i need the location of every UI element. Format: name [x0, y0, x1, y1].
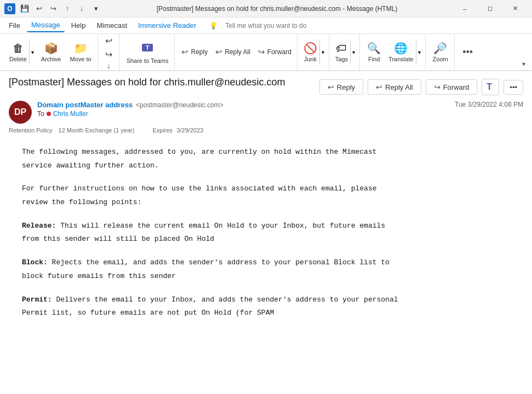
svg-text:T: T [146, 44, 150, 51]
tags-icon: 🏷 [336, 42, 347, 55]
delete-label: Delete [9, 56, 27, 62]
zoom-button[interactable]: 🔎 Zoom [429, 39, 452, 65]
sender-name[interactable]: Domain postMaster address [37, 101, 133, 109]
reply-all-button[interactable]: ↩ Reply All [212, 45, 254, 59]
junk-main[interactable]: 🚫 Junk [301, 39, 319, 65]
share-teams-button[interactable]: T Share to Teams [123, 38, 173, 67]
forward-ribbon-icon: ↪ [258, 47, 265, 57]
ribbon: 🗑 Delete ▾ 📦 Archive 📁 Move to ↩ ↪ ↓ T [0, 34, 532, 71]
reply-all-icon: ↩ [215, 47, 222, 57]
undo-button[interactable]: ↩ [33, 3, 45, 15]
down-button[interactable]: ↓ [76, 3, 88, 15]
ribbon-expand-button[interactable]: ▾ [520, 58, 528, 70]
email-subject: [Postmaster] Messages on hold for chris.… [9, 77, 317, 88]
email-body[interactable]: The following messages, addressed to you… [0, 137, 532, 394]
more-action-button[interactable]: ••• [504, 80, 523, 95]
menu-immersive-reader[interactable]: Immersive Reader [134, 19, 201, 32]
customize-button[interactable]: ▾ [90, 3, 102, 15]
app-icon: O [4, 3, 15, 14]
reply-all-action-button[interactable]: ↩ Reply All [368, 79, 421, 95]
nav-back-button[interactable]: ↩ [101, 34, 117, 48]
reply-icon: ↩ [181, 47, 188, 57]
forward-ribbon-button[interactable]: ↪ Forward [255, 45, 295, 59]
forward-action-icon: ↩ [434, 83, 441, 91]
block-text: Rejects the email, and adds the sender's… [22, 258, 390, 280]
permit-bold: Permit: [22, 296, 52, 304]
window-title: [Postmaster] Messages on hold for chris.… [102, 5, 452, 13]
delete-arrow[interactable]: ▾ [29, 40, 36, 65]
minimize-button[interactable]: – [452, 0, 477, 18]
menu-file[interactable]: File [4, 19, 25, 32]
release-text: This will release the current email On H… [22, 222, 385, 244]
email-meta: Tue 3/29/2022 4:08 PM [455, 101, 523, 108]
tags-main[interactable]: 🏷 Tags [333, 40, 350, 65]
translate-main[interactable]: 🌐 Translate [386, 39, 415, 65]
nav-forward-button[interactable]: ↪ [101, 48, 117, 61]
restore-button[interactable]: ◻ [477, 0, 502, 18]
retention-label: Retention Policy [9, 127, 53, 134]
translate-split-button[interactable]: 🌐 Translate ▾ [386, 39, 422, 65]
tags-arrow[interactable]: ▾ [350, 40, 357, 65]
sender-email: <postmaster@neudesic.com> [136, 101, 224, 109]
more-options-button[interactable]: ••• [458, 44, 478, 61]
moveto-icon: 📁 [74, 42, 88, 55]
delete-split-button[interactable]: 🗑 Delete ▾ [7, 39, 36, 65]
more-action-icon: ••• [510, 83, 517, 91]
menu-mimecast[interactable]: Mimecast [92, 19, 131, 32]
menu-message[interactable]: Message [27, 19, 65, 32]
teams-action-button[interactable]: T [482, 79, 499, 95]
retention-bar: Retention Policy 12 Month Exchange (1 ye… [0, 126, 532, 137]
redo-button[interactable]: ↪ [47, 3, 59, 15]
forward-action-button[interactable]: ↩ Forward [426, 79, 478, 95]
subject-action-row: [Postmaster] Messages on hold for chris.… [0, 71, 532, 95]
more-icon: ••• [462, 47, 473, 58]
save-button[interactable]: 💾 [19, 3, 31, 15]
archive-button[interactable]: 📦 Archive [37, 39, 65, 65]
delete-icon: 🗑 [13, 42, 24, 55]
to-line: To Chris Muller [37, 110, 449, 118]
tags-split-button[interactable]: 🏷 Tags ▾ [333, 39, 357, 65]
junk-split-button[interactable]: 🚫 Junk ▾ [301, 39, 327, 65]
block-bold: Block: [22, 258, 48, 266]
retention-policy: 12 Month Exchange (1 year) [59, 127, 135, 134]
lightbulb-icon: 💡 [209, 22, 218, 30]
ribbon-tags-group: 🏷 Tags ▾ [330, 34, 360, 70]
ribbon-teams-group: T Share to Teams [121, 34, 175, 70]
reply-all-action-icon: ↩ [376, 83, 382, 91]
tags-label: Tags [335, 56, 348, 62]
zoom-icon: 🔎 [433, 42, 447, 55]
reply-button[interactable]: ↩ Reply [178, 45, 211, 59]
svg-text:O: O [7, 5, 12, 13]
nav-down-button[interactable]: ↓ [101, 61, 117, 70]
ribbon-nav-group: ↩ ↪ ↓ [99, 34, 119, 70]
reply-all-label: Reply All [225, 48, 250, 56]
close-button[interactable]: ✕ [502, 0, 528, 18]
main-content: [Postmaster] Messages on hold for chris.… [0, 71, 532, 394]
subject-area: [Postmaster] Messages on hold for chris.… [9, 77, 317, 92]
junk-arrow[interactable]: ▾ [319, 39, 326, 65]
delete-button-main[interactable]: 🗑 Delete [7, 40, 29, 65]
to-label: To [37, 110, 44, 118]
find-button[interactable]: 🔍 Find [363, 39, 385, 65]
translate-label: Translate [388, 56, 413, 62]
menu-bar: File Message Help Mimecast Immersive Rea… [0, 18, 532, 34]
recipient-name[interactable]: Chris Muller [53, 110, 88, 118]
reply-action-button[interactable]: ↩ Reply [319, 79, 363, 95]
moveto-label: Move to [70, 56, 91, 62]
menu-help[interactable]: Help [67, 19, 90, 32]
reply-action-label: Reply [337, 83, 355, 91]
email-paragraph-2: For further instructions on how to use t… [22, 182, 405, 209]
up-button[interactable]: ↑ [61, 3, 73, 15]
move-to-button[interactable]: 📁 Move to [66, 39, 95, 65]
title-bar: O 💾 ↩ ↪ ↑ ↓ ▾ [Postmaster] Messages on h… [0, 0, 532, 18]
translate-arrow[interactable]: ▾ [416, 39, 422, 65]
search-input[interactable] [221, 21, 330, 31]
junk-icon: 🚫 [304, 42, 317, 55]
email-paragraph-block: Block: Rejects the email, and adds the s… [22, 256, 405, 283]
archive-label: Archive [41, 56, 61, 62]
expires-date: 3/29/2023 [176, 127, 203, 134]
title-bar-controls: 💾 ↩ ↪ ↑ ↓ ▾ [19, 3, 102, 15]
archive-icon: 📦 [44, 42, 58, 55]
sender-info: Domain postMaster address <postmaster@ne… [37, 101, 449, 118]
title-bar-left: O 💾 ↩ ↪ ↑ ↓ ▾ [4, 3, 102, 15]
